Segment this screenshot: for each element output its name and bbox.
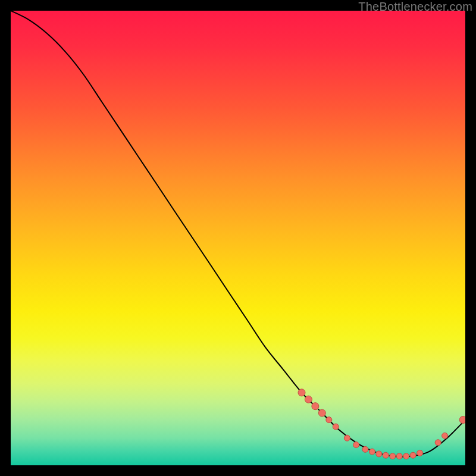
- data-marker: [353, 442, 359, 448]
- chart-svg: [11, 11, 465, 465]
- data-marker: [362, 446, 368, 452]
- data-marker: [298, 389, 305, 396]
- data-marker: [396, 453, 402, 459]
- credit-label: TheBottlenecker.com: [358, 0, 472, 14]
- data-marker: [403, 453, 409, 459]
- data-marker: [333, 424, 339, 430]
- data-marker: [442, 433, 448, 439]
- data-marker: [318, 409, 325, 416]
- data-marker: [390, 453, 396, 459]
- data-marker: [376, 451, 382, 457]
- data-marker: [312, 403, 319, 410]
- plot-area: [11, 11, 465, 465]
- data-marker: [417, 450, 423, 456]
- data-marker: [305, 396, 312, 403]
- data-marker: [435, 440, 441, 446]
- data-marker: [410, 452, 416, 458]
- data-marker: [344, 435, 350, 441]
- data-marker: [459, 416, 465, 424]
- data-marker: [383, 452, 389, 458]
- bottleneck-curve: [11, 11, 465, 457]
- marker-group: [298, 389, 465, 459]
- data-marker: [326, 417, 332, 423]
- data-marker: [369, 449, 375, 455]
- chart-frame: TheBottlenecker.com: [0, 0, 476, 476]
